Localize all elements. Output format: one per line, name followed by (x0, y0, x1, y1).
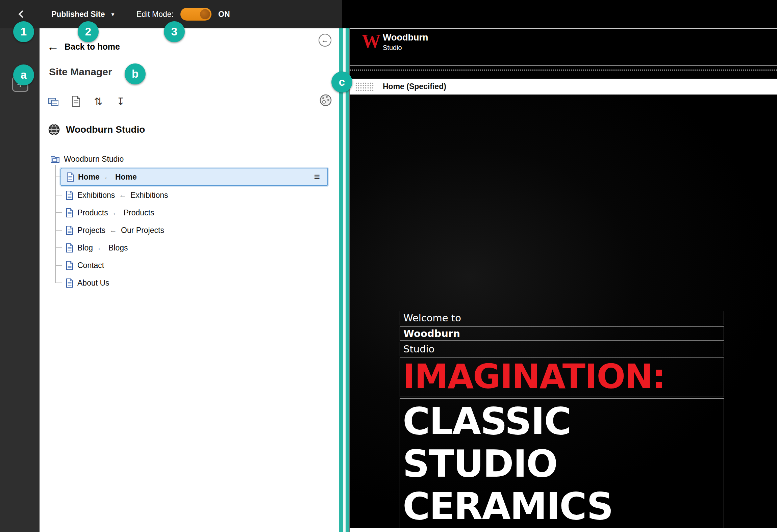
palette-icon (319, 93, 333, 107)
left-rail: + (0, 28, 40, 532)
page-icon (67, 172, 74, 182)
tree-item-products[interactable]: Products ← Products (66, 206, 154, 219)
tree-stub (55, 283, 62, 283)
headline-line: CERAMICS (403, 485, 724, 528)
tree-root-node[interactable]: Woodburn Studio (50, 152, 124, 166)
edit-mode-toggle[interactable] (180, 8, 211, 21)
maps-to-arrow-icon: ← (97, 243, 104, 252)
page-name: Contact (77, 261, 104, 270)
page-properties-button[interactable] (70, 95, 82, 107)
page-name: Projects (77, 226, 105, 235)
site-folder-icon (50, 155, 60, 163)
tree-root-label: Woodburn Studio (64, 155, 124, 164)
tree-item-about-us[interactable]: About Us (66, 276, 109, 290)
document-icon (72, 96, 80, 107)
tree-stub (55, 247, 62, 248)
page-icon (66, 261, 73, 270)
page-content: Welcome to Woodburn Studio IMAGINATION: … (350, 95, 777, 528)
edit-dashed-border (350, 70, 777, 71)
import-icon: ↧ (116, 96, 125, 107)
tree-item-blog[interactable]: Blog ← Blogs (66, 241, 128, 255)
annotation-badge-1: 1 (13, 21, 34, 42)
annotation-badge-c: c (331, 72, 352, 92)
page-name: Blog (77, 243, 93, 252)
app-window: Published Site ▼ Edit Mode: ON + ← Back … (0, 0, 777, 532)
page-icon (66, 191, 73, 200)
tree-item-contact[interactable]: Contact (66, 259, 104, 272)
drag-handle-icon[interactable] (355, 82, 374, 91)
tree-item-exhibitions[interactable]: Exhibitions ← Exhibitions (66, 188, 168, 202)
page-icon (66, 278, 73, 288)
site-manager-panel: ← Back to home ← Site Manager (40, 28, 339, 532)
page-name: About Us (77, 278, 109, 288)
divider-line (40, 115, 339, 115)
site-header: W Woodburn Studio (350, 29, 777, 65)
tree-stub (55, 230, 62, 231)
headline-line: STUDIO (403, 443, 724, 485)
site-logo-subtitle: Studio (383, 44, 402, 52)
page-preview: W Woodburn Studio Home (Specified) Welco… (350, 28, 777, 532)
page-name: Exhibitions (77, 191, 115, 200)
page-target: Our Projects (121, 226, 164, 235)
collapse-panel-button[interactable]: ← (319, 34, 331, 47)
hero-text-woodburn[interactable]: Woodburn (400, 326, 724, 341)
globe-icon (48, 123, 60, 136)
maps-to-arrow-icon: ← (119, 191, 126, 200)
edit-mode-state: ON (218, 0, 230, 28)
page-name: Home (78, 172, 100, 182)
tree-item-projects[interactable]: Projects ← Our Projects (66, 223, 164, 237)
area-bar: Home (Specified) (350, 79, 777, 95)
page-icon (66, 243, 73, 252)
page-name: Products (77, 208, 108, 217)
page-target: Products (124, 208, 154, 217)
site-name: Woodburn Studio (66, 124, 145, 135)
tree-toolbar: ⇅ ↧ (48, 90, 127, 112)
view-selector-label: Published Site (51, 10, 105, 19)
hero-text-welcome[interactable]: Welcome to (400, 311, 724, 325)
toggle-knob (200, 9, 210, 19)
tree-stub (55, 265, 62, 266)
maps-to-arrow-icon: ← (104, 172, 111, 181)
hero-headline-white[interactable]: CLASSIC STUDIO CERAMICS (400, 398, 724, 529)
collapse-rail-button[interactable] (14, 7, 29, 22)
page-icon (66, 208, 73, 217)
page-icon (66, 226, 73, 235)
annotation-badge-2: 2 (78, 21, 99, 42)
page-target: Exhibitions (130, 191, 168, 200)
theme-palette-button[interactable] (319, 93, 333, 107)
tree-stub (55, 212, 62, 213)
resize-divider[interactable] (339, 28, 350, 532)
site-logo-name: Woodburn (383, 32, 428, 43)
annotation-badge-3: 3 (164, 21, 185, 42)
page-target: Home (115, 172, 137, 182)
maps-to-arrow-icon: ← (112, 208, 120, 217)
site-root-header: Woodburn Studio (48, 119, 145, 140)
annotation-badge-b: b (125, 63, 146, 84)
back-to-home-label: Back to home (65, 42, 120, 52)
add-page-button[interactable] (48, 95, 60, 107)
chevron-left-icon (19, 10, 26, 18)
caret-down-icon: ▼ (110, 11, 115, 17)
import-button[interactable]: ↧ (115, 95, 127, 107)
next-area-bar-edge (350, 528, 777, 532)
move-page-button[interactable]: ⇅ (92, 95, 104, 107)
header-border (350, 65, 777, 66)
tree-stub (55, 195, 62, 195)
site-logo-letter: W (362, 30, 381, 52)
hero-headline-red[interactable]: IMAGINATION: (400, 357, 724, 397)
sort-updown-icon: ⇅ (94, 96, 102, 107)
divider-line (40, 88, 339, 88)
panel-title: Site Manager (49, 66, 112, 78)
collapse-arrow-icon: ← (321, 36, 329, 45)
row-menu-icon[interactable]: ≡ (314, 172, 320, 182)
hero-text-studio[interactable]: Studio (400, 342, 724, 356)
annotation-badge-a: a (13, 64, 34, 85)
back-arrow-icon: ← (47, 41, 59, 53)
page-target: Blogs (108, 243, 128, 252)
tree-item-home-selected[interactable]: Home ← Home ≡ (60, 168, 328, 186)
area-bar-label: Home (Specified) (383, 82, 446, 91)
headline-line: CLASSIC (403, 400, 724, 443)
maps-to-arrow-icon: ← (109, 226, 117, 235)
pages-icon (48, 96, 59, 106)
